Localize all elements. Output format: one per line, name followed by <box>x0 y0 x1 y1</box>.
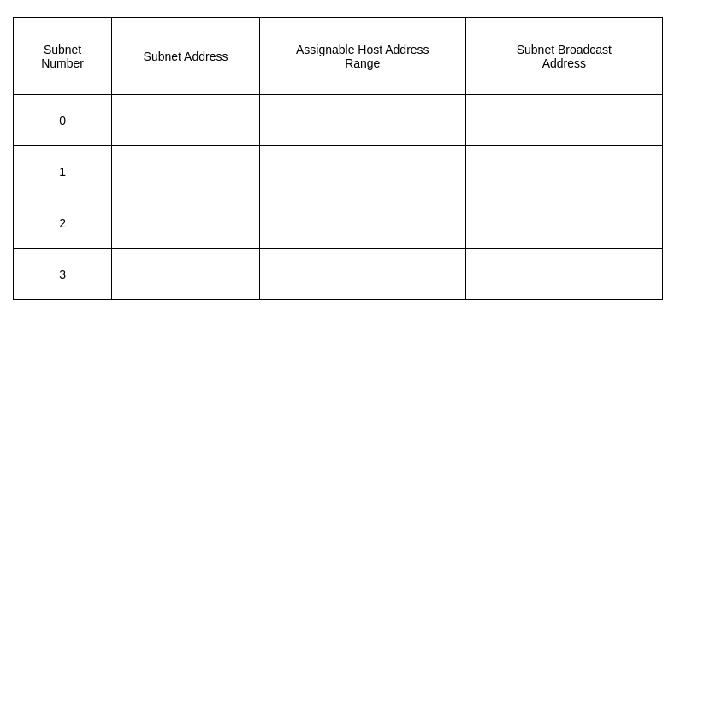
cell-subnet-number: 3 <box>14 249 112 300</box>
header-subnet-number: SubnetNumber <box>14 18 112 95</box>
header-subnet-address: Subnet Address <box>112 18 260 95</box>
header-broadcast-address: Subnet BroadcastAddress <box>465 18 662 95</box>
table-container: SubnetNumber Subnet Address Assignable H… <box>13 17 719 300</box>
table-row: 3 <box>14 249 663 300</box>
cell-broadcast-address <box>465 197 662 249</box>
cell-subnet-number: 0 <box>14 95 112 146</box>
cell-subnet-address <box>112 197 260 249</box>
header-host-range: Assignable Host AddressRange <box>259 18 465 95</box>
cell-host-range <box>259 197 465 249</box>
cell-subnet-address <box>112 146 260 197</box>
table-header-row: SubnetNumber Subnet Address Assignable H… <box>14 18 663 95</box>
subnet-table: SubnetNumber Subnet Address Assignable H… <box>13 17 663 300</box>
cell-host-range <box>259 249 465 300</box>
cell-subnet-number: 2 <box>14 197 112 249</box>
table-row: 2 <box>14 197 663 249</box>
cell-host-range <box>259 95 465 146</box>
table-row: 1 <box>14 146 663 197</box>
table-row: 0 <box>14 95 663 146</box>
cell-broadcast-address <box>465 95 662 146</box>
cell-subnet-number: 1 <box>14 146 112 197</box>
cell-subnet-address <box>112 249 260 300</box>
cell-host-range <box>259 146 465 197</box>
cell-broadcast-address <box>465 146 662 197</box>
cell-subnet-address <box>112 95 260 146</box>
cell-broadcast-address <box>465 249 662 300</box>
